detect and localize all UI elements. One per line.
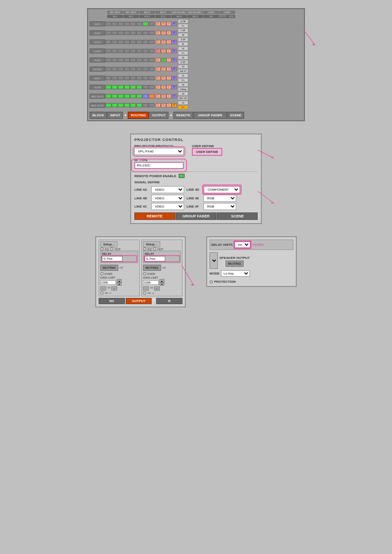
m-btn-8-2[interactable] xyxy=(112,85,118,89)
over2-radio-1[interactable] xyxy=(100,291,104,295)
m-btn-4-7[interactable] xyxy=(143,49,148,53)
m-btn-5-3[interactable] xyxy=(118,58,124,62)
proj-nav-groupfader-btn[interactable]: GROUP FADER xyxy=(176,212,217,220)
m-btn-10-4[interactable] xyxy=(124,103,130,107)
m-btn-8-6[interactable] xyxy=(136,85,142,89)
sc-6-2[interactable]: C xyxy=(161,67,166,71)
delay-input-2[interactable] xyxy=(145,256,165,261)
m-btn-3-4[interactable] xyxy=(124,40,130,44)
proj-nav-remote-btn[interactable]: REMOTE xyxy=(134,212,175,220)
sc-1-4[interactable]: IV xyxy=(172,22,177,26)
delay-input-1[interactable] xyxy=(102,256,122,261)
m-btn-5-1[interactable] xyxy=(106,58,111,62)
nav-output-btn[interactable]: OUTPUT xyxy=(149,112,168,119)
sc-1-2[interactable]: C xyxy=(161,22,166,26)
m-btn-5-4[interactable] xyxy=(124,58,130,62)
m-btn-3-8[interactable] xyxy=(149,40,154,44)
m-btn-7-6[interactable] xyxy=(136,76,142,80)
m-btn-10-5[interactable] xyxy=(130,103,136,107)
sc-9-2[interactable]: C xyxy=(161,94,166,98)
line-4d-select[interactable]: COMPONENT xyxy=(203,186,240,194)
sc-2-4[interactable]: IV xyxy=(172,31,177,35)
sc-4-2[interactable]: C xyxy=(161,49,166,53)
sc-8-4[interactable]: IV xyxy=(172,85,177,89)
gain-fine-down-1[interactable]: - xyxy=(100,286,106,291)
m-btn-9-8[interactable] xyxy=(149,94,154,98)
m-btn-2-3[interactable] xyxy=(118,31,124,35)
m-btn-6-1[interactable] xyxy=(106,67,111,71)
over-radio-btn-2[interactable] xyxy=(143,272,146,275)
m-btn-9-2[interactable] xyxy=(112,94,118,98)
muting-btn-1[interactable]: MUTING xyxy=(100,265,118,271)
m-btn-1-1[interactable] xyxy=(106,22,111,26)
m-btn-5-8[interactable] xyxy=(149,58,154,62)
m-btn-7-3[interactable] xyxy=(118,76,124,80)
m-btn-6-4[interactable] xyxy=(124,67,130,71)
m-btn-7-4[interactable] xyxy=(124,76,130,80)
output-nav-r[interactable]: R xyxy=(156,298,182,304)
m-btn-6-8[interactable] xyxy=(149,67,154,71)
m-btn-4-6[interactable] xyxy=(136,49,142,53)
m-btn-9-3[interactable] xyxy=(118,94,124,98)
m-btn-7-8[interactable] xyxy=(149,76,154,80)
sc-10-3[interactable]: + xyxy=(166,103,171,107)
m-btn-9-6[interactable] xyxy=(136,94,142,98)
m-btn-2-8[interactable] xyxy=(149,31,154,35)
output-nav-output[interactable]: OUTPUT xyxy=(126,298,152,304)
sc-8-3[interactable]: + xyxy=(166,85,171,89)
m-btn-8-1[interactable] xyxy=(106,85,111,89)
sc-7-2[interactable]: C xyxy=(161,76,166,80)
sc-3-2[interactable]: C xyxy=(161,40,166,44)
m-btn-3-2[interactable] xyxy=(112,40,118,44)
sc-9-1[interactable]: L xyxy=(156,94,161,98)
m-btn-1-2[interactable] xyxy=(112,22,118,26)
m-btn-9-5[interactable] xyxy=(130,94,136,98)
m-btn-2-4[interactable] xyxy=(124,31,130,35)
protocol-select[interactable]: VPL-PX40 xyxy=(134,148,184,155)
m-btn-4-4[interactable] xyxy=(124,49,130,53)
user-define-button[interactable]: USER DEFINE xyxy=(192,148,222,156)
m-btn-10-1[interactable] xyxy=(106,103,111,107)
sc-7-4[interactable]: IV xyxy=(172,76,177,80)
nav-block-btn[interactable]: BLOCK xyxy=(90,112,107,119)
line-4f-select[interactable]: RGB xyxy=(203,203,236,210)
nav-routing-btn[interactable]: ROUTING xyxy=(128,112,149,119)
m-btn-6-7[interactable] xyxy=(143,67,148,71)
sc-10-2[interactable]: C xyxy=(161,103,166,107)
eq-radio-1[interactable] xyxy=(100,247,104,251)
m-btn-8-4[interactable] xyxy=(124,85,130,89)
nav-remote-btn[interactable]: REMOTE xyxy=(173,112,193,119)
sc-3-4[interactable]: IV xyxy=(172,40,177,44)
fader-label[interactable]: FADER xyxy=(252,243,263,247)
line-4a-select[interactable]: VDEO xyxy=(151,186,184,193)
nav-input-btn[interactable]: INPUT xyxy=(107,112,123,119)
m-btn-10-6[interactable] xyxy=(136,103,142,107)
m-btn-7-2[interactable] xyxy=(112,76,118,80)
m-btn-6-3[interactable] xyxy=(118,67,124,71)
protection-radio[interactable] xyxy=(210,280,213,284)
m-btn-2-6[interactable] xyxy=(136,31,142,35)
over2-radio-2[interactable] xyxy=(143,291,146,295)
sc-10-4[interactable]: IV xyxy=(172,103,177,107)
m-btn-7-1[interactable] xyxy=(106,76,111,80)
sc-8-1[interactable]: L xyxy=(156,85,161,89)
m-btn-10-8[interactable] xyxy=(149,103,154,107)
m-btn-2-5[interactable] xyxy=(130,31,136,35)
m-btn-4-5[interactable] xyxy=(130,49,136,53)
m-btn-10-3[interactable] xyxy=(118,103,124,107)
m-btn-4-8[interactable] xyxy=(149,49,154,53)
gain-down-2[interactable]: ▼ xyxy=(159,282,164,286)
m-btn-6-2[interactable] xyxy=(112,67,118,71)
m-btn-1-5[interactable] xyxy=(130,22,136,26)
m-btn-4-3[interactable] xyxy=(118,49,124,53)
m-btn-5-2[interactable] xyxy=(112,58,118,62)
m-btn-2-7[interactable] xyxy=(143,31,148,35)
m-btn-3-5[interactable] xyxy=(130,40,136,44)
m-btn-5-6[interactable] xyxy=(136,58,142,62)
gain-input-2[interactable] xyxy=(143,280,159,285)
line-4c-select[interactable]: VDEO xyxy=(151,203,184,210)
sc-5-4[interactable]: IV xyxy=(172,58,177,62)
gain-down-1[interactable]: ▼ xyxy=(117,282,122,286)
sc-4-3[interactable]: + xyxy=(166,49,171,53)
sc-4-4[interactable]: IV xyxy=(172,49,177,53)
